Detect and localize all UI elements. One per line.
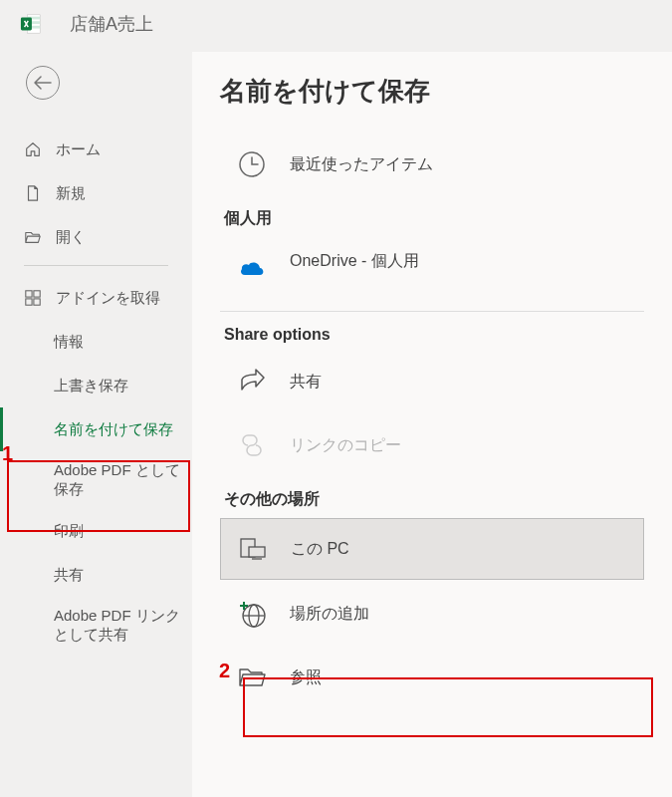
annotation-1-label: 1 <box>2 442 13 465</box>
nav-open[interactable]: 開く <box>0 215 192 259</box>
location-label: この PC <box>291 539 349 560</box>
location-label: 参照 <box>290 667 322 688</box>
location-browse[interactable]: 参照 <box>220 648 644 707</box>
document-icon <box>24 184 42 202</box>
main: 名前を付けて保存 最近使ったアイテム 個人用 OneDrive - 個人用 Sh… <box>192 52 672 797</box>
location-share[interactable]: 共有 <box>220 352 644 411</box>
divider <box>24 265 168 266</box>
add-place-icon <box>236 598 268 630</box>
nav-print[interactable]: 印刷 <box>0 509 192 553</box>
onedrive-icon <box>236 254 268 286</box>
nav-adobe-link[interactable]: Adobe PDF リンクとして共有 <box>0 597 192 655</box>
location-label: リンクのコピー <box>290 435 401 456</box>
nav-new[interactable]: 新規 <box>0 171 192 215</box>
nav-home[interactable]: ホーム <box>0 128 192 171</box>
location-onedrive[interactable]: OneDrive - 個人用 <box>220 237 644 303</box>
location-label: 場所の追加 <box>290 604 369 625</box>
nav-label: ホーム <box>56 140 101 159</box>
nav-label: 共有 <box>54 566 84 585</box>
nav-info[interactable]: 情報 <box>0 320 192 364</box>
nav-share[interactable]: 共有 <box>0 553 192 597</box>
location-add-place[interactable]: 場所の追加 <box>220 584 644 644</box>
addins-icon <box>24 289 42 307</box>
nav-addins[interactable]: アドインを取得 <box>0 276 192 320</box>
nav-label: Adobe PDF として保存 <box>54 461 180 499</box>
location-this-pc[interactable]: この PC <box>220 518 644 580</box>
sidebar: ホーム 新規 開く アドインを取得 情報 上書き保存 <box>0 52 192 797</box>
folder-icon <box>236 662 268 693</box>
nav-label: 印刷 <box>54 522 84 541</box>
nav-label: 新規 <box>56 184 86 203</box>
nav-save-as[interactable]: 名前を付けて保存 <box>0 407 192 451</box>
nav-label: 開く <box>56 228 86 247</box>
nav-label: Adobe PDF リンクとして共有 <box>54 607 180 645</box>
excel-icon <box>20 13 42 35</box>
nav-adobe-save[interactable]: Adobe PDF として保存 <box>0 451 192 509</box>
home-icon <box>24 140 42 158</box>
annotation-2-label: 2 <box>219 660 230 682</box>
clock-icon <box>236 148 268 180</box>
page-title: 名前を付けて保存 <box>220 74 644 109</box>
link-icon <box>236 429 268 461</box>
location-label: OneDrive - 個人用 <box>290 251 419 272</box>
nav-label: 名前を付けて保存 <box>54 420 173 439</box>
svg-rect-8 <box>34 299 40 305</box>
nav-label: 上書き保存 <box>54 377 128 396</box>
document-title: 店舗A売上 <box>70 12 153 36</box>
folder-open-icon <box>24 228 42 246</box>
location-label: 共有 <box>290 372 322 393</box>
onedrive-account-placeholder <box>290 274 419 289</box>
share-icon <box>236 366 268 398</box>
section-personal: 個人用 <box>224 208 640 229</box>
svg-rect-11 <box>249 547 265 557</box>
header: 店舗A売上 <box>0 0 672 52</box>
svg-rect-5 <box>26 291 32 297</box>
location-copy-link: リンクのコピー <box>220 415 644 475</box>
section-other: その他の場所 <box>224 489 640 510</box>
section-share: Share options <box>224 326 640 344</box>
svg-rect-6 <box>34 291 40 297</box>
nav-label: 情報 <box>54 333 84 352</box>
nav-save[interactable]: 上書き保存 <box>0 364 192 407</box>
divider <box>220 311 644 312</box>
layout: ホーム 新規 開く アドインを取得 情報 上書き保存 <box>0 52 672 797</box>
location-recent[interactable]: 最近使ったアイテム <box>220 134 644 194</box>
location-label: 最近使ったアイテム <box>290 154 433 175</box>
nav-label: アドインを取得 <box>56 289 160 308</box>
svg-rect-7 <box>26 299 32 305</box>
back-button[interactable] <box>26 66 60 100</box>
pc-icon <box>237 533 269 565</box>
